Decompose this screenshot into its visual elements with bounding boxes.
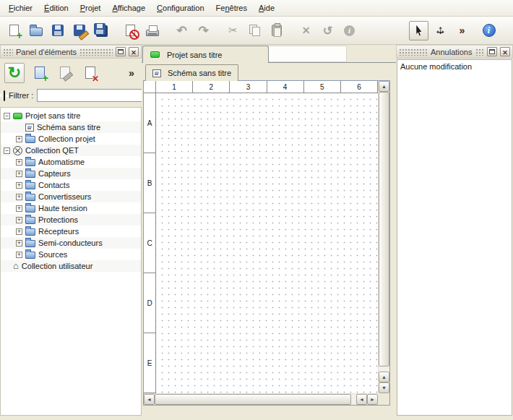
delete-element-button[interactable] xyxy=(80,63,100,83)
collapse-toggle[interactable]: − xyxy=(4,147,10,154)
float-panel-button[interactable] xyxy=(487,47,497,56)
cut-button[interactable] xyxy=(223,21,243,40)
info-blue-icon xyxy=(483,24,496,37)
expand-toggle[interactable]: + xyxy=(16,252,22,258)
diagram-header-corner xyxy=(144,81,156,93)
redo-button[interactable] xyxy=(194,21,213,40)
tools-overflow-button[interactable] xyxy=(452,21,472,40)
filter-input[interactable] xyxy=(37,89,145,102)
drag-grip-icon[interactable] xyxy=(3,48,13,56)
tree-item-sources[interactable]: +Sources xyxy=(1,249,141,260)
move-tool-button[interactable] xyxy=(431,21,450,40)
tree-item-collection-utilisateur[interactable]: Collection utilisateur xyxy=(1,260,141,272)
floppy-icon xyxy=(52,25,64,36)
clear-filter-icon[interactable] xyxy=(4,90,5,101)
undo-button[interactable] xyxy=(172,21,191,40)
tree-item-protections[interactable]: +Protections xyxy=(1,214,141,226)
schema-icon xyxy=(152,69,161,77)
tree-item-collection-qet[interactable]: −Collection QET xyxy=(1,145,141,156)
menu-item-fichier[interactable]: Fichier xyxy=(3,1,38,15)
toolbar-group-clipboard xyxy=(223,21,286,40)
new-element-button[interactable] xyxy=(30,63,50,83)
menu-item-fenetres[interactable]: Fenêtres xyxy=(210,1,253,15)
open-project-button[interactable] xyxy=(26,21,46,40)
float-icon xyxy=(118,49,124,54)
scroll-left-button[interactable]: ◄ xyxy=(356,394,367,405)
print-button[interactable] xyxy=(142,21,162,40)
vertical-scroll-thumb[interactable] xyxy=(379,92,389,367)
folder-icon xyxy=(25,217,35,224)
tab-project[interactable]: Projet sans titre xyxy=(142,46,269,63)
copy-button[interactable] xyxy=(245,21,264,40)
chevron-icon xyxy=(129,67,134,79)
menu-item-configuration[interactable]: Configuration xyxy=(151,1,210,15)
qelectrotech-window: FichierÉditionProjetAffichageConfigurati… xyxy=(0,0,513,420)
save-as-button[interactable] xyxy=(69,21,89,40)
elements-panel-titlebar[interactable]: Panel d'éléments xyxy=(0,45,142,59)
float-panel-button[interactable] xyxy=(116,47,126,56)
tree-item-recepteurs[interactable]: +Récepteurs xyxy=(1,226,141,237)
expand-toggle[interactable]: + xyxy=(16,240,22,247)
rotate-button[interactable] xyxy=(318,21,337,40)
save-button[interactable] xyxy=(48,21,67,40)
menu-item-affichage[interactable]: Affichage xyxy=(106,1,151,15)
edit-element-button[interactable] xyxy=(55,63,75,83)
tree-item-haute-tension[interactable]: +Haute tension xyxy=(1,202,141,214)
expand-toggle[interactable]: + xyxy=(16,228,22,235)
expand-toggle[interactable]: + xyxy=(16,217,22,223)
collapse-toggle[interactable]: − xyxy=(4,113,10,119)
panel-overflow-button[interactable] xyxy=(126,63,137,83)
tree-item-convertisseurs[interactable]: +Convertisseurs xyxy=(1,191,141,202)
scroll-down-button[interactable]: ▼ xyxy=(379,382,389,393)
close-file-button[interactable] xyxy=(121,21,140,40)
paste-button[interactable] xyxy=(267,21,286,40)
vertical-scrollbar[interactable]: ▲ ▲ ▼ xyxy=(378,81,389,393)
tree-item-capteurs[interactable]: +Capteurs xyxy=(1,168,141,179)
about-qet-button[interactable] xyxy=(479,21,499,40)
save-all-button[interactable] xyxy=(91,21,111,40)
tree-item-label: Contacts xyxy=(38,181,69,189)
expand-toggle[interactable]: + xyxy=(16,159,22,166)
scroll-left-button[interactable]: ◄ xyxy=(144,394,155,405)
menu-item-aide[interactable]: Aide xyxy=(253,1,280,15)
tree-item-automatisme[interactable]: +Automatisme xyxy=(1,156,141,168)
close-icon xyxy=(502,48,508,56)
tree-item-collection-projet[interactable]: +Collection projet xyxy=(1,133,141,145)
drag-grip-icon[interactable] xyxy=(79,48,113,56)
diagram-canvas[interactable] xyxy=(156,93,378,393)
menu-item-edition[interactable]: Édition xyxy=(38,1,74,15)
undo-panel-titlebar[interactable]: Annulations xyxy=(396,45,513,59)
filter-row: Filtrer : xyxy=(0,87,142,104)
tab-project-label: Projet sans titre xyxy=(167,51,222,59)
horizontal-scrollbar[interactable]: ◄ ◄ ► xyxy=(144,393,378,405)
page-new-blue-icon xyxy=(35,67,45,79)
paste-icon xyxy=(272,25,282,36)
tree-item-semi-conducteurs[interactable]: +Semi-conducteurs xyxy=(1,237,141,249)
drag-grip-icon[interactable] xyxy=(399,48,428,56)
close-panel-button[interactable] xyxy=(129,47,139,56)
new-project-button[interactable] xyxy=(4,21,24,40)
expand-toggle[interactable]: + xyxy=(16,205,22,212)
expand-toggle[interactable]: + xyxy=(16,194,22,200)
expand-toggle[interactable]: + xyxy=(16,171,22,177)
reload-collections-button[interactable] xyxy=(4,63,25,83)
close-panel-button[interactable] xyxy=(500,47,510,56)
menu-item-projet[interactable]: Projet xyxy=(74,1,107,15)
tab-schema[interactable]: Schéma sans titre xyxy=(145,64,238,81)
horizontal-scroll-thumb[interactable] xyxy=(155,394,351,405)
cross-icon xyxy=(302,25,311,36)
element-info-button[interactable] xyxy=(340,21,359,40)
undo-list-item[interactable]: Aucune modification xyxy=(397,60,512,73)
tree-item-contacts[interactable]: +Contacts xyxy=(1,179,141,191)
select-tool-button[interactable] xyxy=(409,21,428,40)
scroll-right-button[interactable]: ► xyxy=(367,394,378,405)
tree-item-schema-sans-titre[interactable]: Schéma sans titre xyxy=(1,121,141,133)
tree-item-projet-sans-titre[interactable]: −Projet sans titre xyxy=(1,110,141,121)
scroll-up-button[interactable]: ▲ xyxy=(379,81,389,92)
expand-toggle[interactable]: + xyxy=(16,136,22,142)
tree-item-label: Sources xyxy=(38,250,67,259)
drag-grip-icon[interactable] xyxy=(475,48,485,56)
scroll-up-button[interactable]: ▲ xyxy=(379,372,389,382)
delete-button[interactable] xyxy=(296,21,316,40)
expand-toggle[interactable]: + xyxy=(16,182,22,189)
